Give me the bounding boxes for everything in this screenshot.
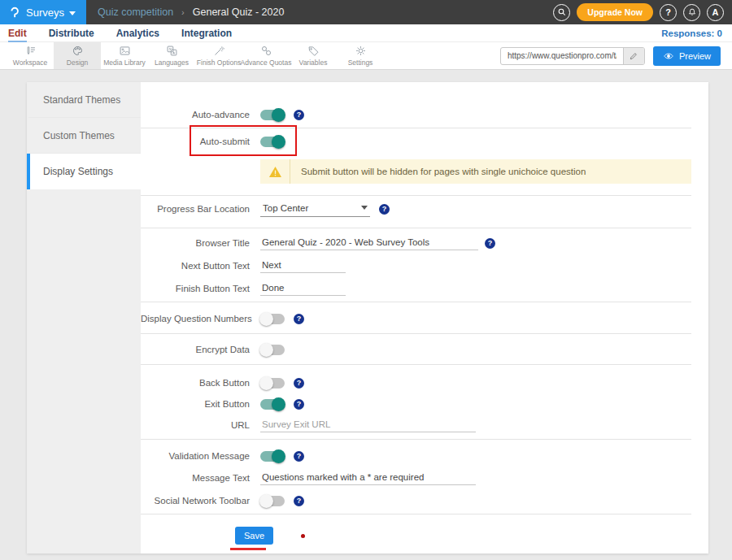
next-button-text-row: Next Button Text bbox=[141, 255, 691, 276]
finish-button-text-row: Finish Button Text bbox=[141, 278, 691, 299]
responses-count[interactable]: Responses: 0 bbox=[661, 28, 732, 38]
validation-message-toggle[interactable] bbox=[260, 451, 285, 462]
tab-analytics[interactable]: Analytics bbox=[116, 28, 159, 39]
toolbar-item-workspace[interactable]: Workspace bbox=[7, 42, 54, 69]
social-network-toolbar-toggle[interactable] bbox=[260, 496, 285, 506]
exit-button-row: Exit Button bbox=[141, 393, 691, 415]
surveys-menu[interactable]: Surveys bbox=[0, 0, 86, 24]
breadcrumb-separator: › bbox=[181, 7, 185, 17]
toolbar-item-design[interactable]: Design bbox=[54, 42, 101, 69]
survey-nav: Edit Distribute Analytics Integration Re… bbox=[0, 24, 732, 42]
help-icon[interactable] bbox=[294, 314, 304, 324]
browser-title-input[interactable] bbox=[260, 236, 478, 250]
media-library-icon bbox=[119, 45, 131, 57]
sidebar-item-custom-themes[interactable]: Custom Themes bbox=[27, 118, 141, 154]
warning-icon bbox=[260, 165, 290, 179]
finish-options-wand-icon bbox=[213, 45, 225, 57]
progress-bar-location-select[interactable]: Top Center bbox=[260, 202, 370, 217]
toolbar-right: Preview bbox=[500, 42, 732, 69]
exit-button-toggle[interactable] bbox=[260, 399, 285, 410]
display-question-numbers-toggle[interactable] bbox=[260, 314, 285, 324]
auto-advance-toggle[interactable] bbox=[260, 110, 285, 120]
finish-button-text-label: Finish Button Text bbox=[141, 284, 260, 293]
divider bbox=[141, 302, 691, 302]
breadcrumb-survey-name: General Quiz - 2020 bbox=[193, 7, 285, 18]
settings-gear-icon bbox=[355, 45, 367, 57]
red-dot-annotation bbox=[301, 534, 305, 538]
encrypt-data-row: Encrypt Data bbox=[141, 339, 691, 360]
preview-button[interactable]: Preview bbox=[653, 46, 721, 66]
sidebar-item-display-settings[interactable]: Display Settings bbox=[27, 154, 141, 189]
back-button-toggle[interactable] bbox=[260, 378, 285, 389]
tab-distribute[interactable]: Distribute bbox=[49, 28, 94, 39]
auto-advance-row: Auto-advance bbox=[141, 104, 691, 125]
notifications-bell-icon[interactable] bbox=[683, 4, 700, 21]
survey-url-box bbox=[500, 47, 645, 65]
encrypt-data-toggle[interactable] bbox=[260, 345, 285, 355]
languages-icon bbox=[166, 45, 178, 57]
survey-url-input[interactable] bbox=[501, 51, 623, 60]
toolbar-item-finish-options[interactable]: Finish Options bbox=[195, 42, 242, 69]
auto-submit-toggle[interactable] bbox=[260, 137, 285, 147]
encrypt-data-label: Encrypt Data bbox=[141, 345, 260, 354]
red-underline-annotation bbox=[230, 548, 266, 550]
help-icon[interactable] bbox=[294, 110, 304, 120]
auto-submit-row: Auto-submit bbox=[141, 131, 691, 152]
back-button-label: Back Button bbox=[141, 378, 260, 388]
page-background: Standard Themes Custom Themes Display Se… bbox=[0, 70, 732, 560]
toolbar-item-advance-quotas[interactable]: Advance Quotas bbox=[242, 42, 290, 69]
edit-url-pencil-icon[interactable] bbox=[623, 47, 644, 65]
save-row: Save bbox=[141, 526, 691, 545]
save-button[interactable]: Save bbox=[235, 527, 273, 545]
chevron-down-icon bbox=[361, 206, 368, 210]
message-text-input[interactable] bbox=[260, 471, 476, 485]
tab-integration[interactable]: Integration bbox=[181, 28, 232, 39]
design-palette-icon bbox=[72, 45, 84, 57]
help-icon[interactable] bbox=[294, 399, 304, 410]
help-icon[interactable] bbox=[294, 451, 304, 462]
social-network-toolbar-row: Social Network Toolbar bbox=[141, 490, 691, 511]
display-question-numbers-label: Display Question Numbers bbox=[141, 314, 260, 323]
exit-url-input[interactable] bbox=[260, 418, 476, 432]
validation-message-row: Validation Message bbox=[141, 445, 691, 467]
divider bbox=[141, 128, 691, 128]
workspace-icon bbox=[24, 45, 37, 57]
design-toolbar: Workspace Design Media Library Languages… bbox=[0, 42, 732, 70]
chevron-down-icon bbox=[69, 11, 76, 15]
toolbar-item-variables[interactable]: Variables bbox=[290, 42, 337, 69]
social-network-toolbar-label: Social Network Toolbar bbox=[141, 496, 260, 506]
help-circle-icon[interactable]: ? bbox=[660, 4, 677, 21]
help-icon[interactable] bbox=[294, 496, 304, 506]
display-settings-content: Auto-advance Auto-submit Submit button w… bbox=[141, 82, 709, 553]
help-icon[interactable] bbox=[485, 238, 495, 249]
help-icon[interactable] bbox=[294, 378, 304, 389]
divider bbox=[141, 439, 691, 440]
display-question-numbers-row: Display Question Numbers bbox=[141, 308, 691, 329]
top-bar: Surveys Quiz competition › General Quiz … bbox=[0, 0, 732, 24]
tab-edit[interactable]: Edit bbox=[8, 28, 27, 39]
breadcrumb-folder[interactable]: Quiz competition bbox=[98, 7, 173, 18]
message-text-label: Message Text bbox=[141, 473, 260, 483]
progress-bar-location-label: Progress Bar Location bbox=[141, 204, 260, 214]
browser-title-label: Browser Title bbox=[141, 238, 260, 248]
themes-sidebar: Standard Themes Custom Themes Display Se… bbox=[27, 82, 141, 553]
warning-text: Submit button will be hidden for pages w… bbox=[290, 167, 586, 176]
divider bbox=[141, 228, 691, 228]
message-text-row: Message Text bbox=[141, 467, 691, 488]
upgrade-now-button[interactable]: Upgrade Now bbox=[577, 3, 653, 21]
sidebar-item-standard-themes[interactable]: Standard Themes bbox=[27, 82, 141, 118]
divider bbox=[141, 364, 691, 365]
next-button-text-input[interactable] bbox=[260, 258, 346, 273]
help-icon[interactable] bbox=[379, 204, 390, 215]
toolbar-item-languages[interactable]: Languages bbox=[148, 42, 195, 69]
finish-button-text-input[interactable] bbox=[260, 281, 346, 296]
toolbar-item-media-library[interactable]: Media Library bbox=[101, 42, 148, 69]
toolbar-item-settings[interactable]: Settings bbox=[337, 42, 384, 69]
next-button-text-label: Next Button Text bbox=[141, 261, 260, 271]
divider bbox=[141, 514, 691, 514]
avatar[interactable]: A bbox=[707, 4, 724, 21]
surveys-menu-label: Surveys bbox=[26, 7, 64, 19]
search-icon[interactable] bbox=[553, 4, 570, 21]
browser-title-row: Browser Title bbox=[141, 232, 691, 254]
warning-banner: Submit button will be hidden for pages w… bbox=[260, 159, 691, 184]
